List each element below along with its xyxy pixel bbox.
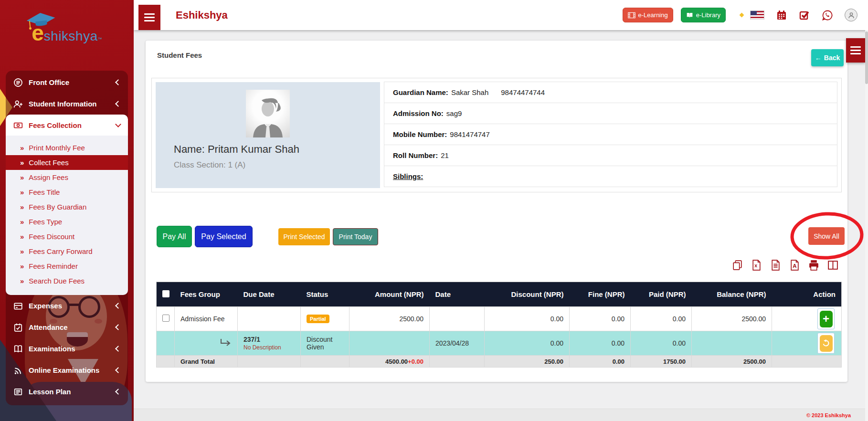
submenu-item-search-due-fees[interactable]: »Search Due Fees	[6, 274, 128, 288]
cell-subrow-arrow	[175, 331, 238, 356]
cell-due-date	[238, 307, 301, 331]
submenu-item-fees-reminder[interactable]: »Fees Reminder	[6, 259, 128, 274]
status-badge-partial: Partial	[307, 315, 329, 323]
submenu-item-fees-discount[interactable]: »Fees Discount	[6, 229, 128, 244]
sub-entry-arrow-icon	[219, 338, 232, 347]
info-row-roll: Roll Number:21	[384, 145, 837, 166]
cell-discount: 0.00	[485, 307, 570, 331]
page-title: Student Fees	[157, 51, 202, 59]
language-flag-us[interactable]	[750, 11, 764, 20]
submenu-item-collect-fees[interactable]: »Collect Fees	[6, 155, 128, 170]
user-avatar[interactable]	[845, 9, 857, 21]
calendar-icon[interactable]	[776, 10, 787, 21]
submenu-item-fees-type[interactable]: »Fees Type	[6, 214, 128, 229]
svg-text:A: A	[793, 263, 796, 269]
cell-date	[430, 307, 485, 331]
sidebar-item-student-information[interactable]: Student Information	[6, 93, 128, 115]
col-amount: Amount (NPR)	[349, 282, 430, 307]
chevron-left-icon	[115, 389, 121, 395]
submenu-item-fees-carry-forward[interactable]: »Fees Carry Forward	[6, 244, 128, 259]
show-all-button[interactable]: Show All	[808, 227, 845, 245]
add-payment-button[interactable]: +	[817, 308, 835, 329]
sidebar-item-attendance[interactable]: Attendance	[6, 316, 128, 338]
cell-fine: 0.00	[570, 331, 631, 356]
sidebar-toggle-button[interactable]	[138, 5, 160, 30]
cell-paid: 0.00	[631, 307, 692, 331]
sidebar-item-label: Student Information	[29, 100, 97, 108]
col-due-date: Due Date	[238, 282, 301, 307]
chevron-left-icon	[115, 367, 121, 373]
print-today-button[interactable]: Print Today	[333, 228, 378, 245]
row-checkbox[interactable]	[162, 315, 169, 322]
copyright-text: © 2023 Eshikshya	[806, 412, 851, 418]
cell-grand-total-balance: 2500.00	[692, 356, 772, 368]
chevron-left-icon	[115, 303, 121, 309]
sidebar-item-expenses[interactable]: Expenses	[6, 295, 128, 316]
sidebar-item-online-examinations[interactable]: Online Examinations	[6, 359, 128, 381]
info-row-mobile: Mobile Number:9841474747	[384, 124, 837, 145]
settings-panel-toggle-button[interactable]	[846, 38, 865, 63]
column-visibility-icon[interactable]	[827, 259, 839, 271]
submenu-item-fees-title[interactable]: »Fees Title	[6, 185, 128, 200]
front-office-icon	[13, 78, 23, 87]
table-grand-total-row: Grand Total 4500.00+0.00 250.00 0.00 175…	[157, 356, 842, 368]
cell-fine: 0.00	[570, 307, 631, 331]
elearning-button[interactable]: e-Learning	[623, 8, 673, 22]
expenses-icon	[13, 301, 23, 311]
student-info-list: Guardian Name:Sakar Shah98474474744 Admi…	[384, 82, 837, 187]
pay-selected-button[interactable]: Pay Selected	[195, 226, 253, 247]
table-header-row: Fees Group Due Date Status Amount (NPR) …	[157, 282, 842, 307]
cell-receipt: 237/1 No Description	[238, 331, 301, 356]
whatsapp-icon[interactable]	[822, 10, 833, 21]
task-check-icon[interactable]	[799, 10, 810, 21]
book-icon	[686, 12, 693, 19]
submenu-item-print-monthly-fee[interactable]: »Print Monthly Fee	[6, 140, 128, 155]
svg-text:x: x	[754, 263, 757, 268]
person-icon	[847, 11, 855, 19]
table-row-admission-fee: Admission Fee Partial 2500.00 0.00 0.00 …	[157, 307, 842, 331]
scrollbar-thumb[interactable]	[865, 32, 868, 84]
export-csv-icon[interactable]	[770, 259, 782, 271]
submenu-item-fees-by-guardian[interactable]: »Fees By Guardian	[6, 200, 128, 214]
revert-payment-button[interactable]	[817, 333, 835, 354]
submenu-item-assign-fees[interactable]: »Assign Fees	[6, 170, 128, 185]
export-toolbar: x A	[731, 259, 839, 271]
online-examinations-icon	[13, 366, 23, 375]
export-pdf-icon[interactable]: A	[789, 259, 801, 271]
examinations-icon	[13, 344, 23, 354]
student-photo-placeholder	[246, 90, 290, 137]
cell-date: 2023/04/28	[430, 331, 485, 356]
print-selected-button[interactable]: Print Selected	[278, 228, 330, 245]
info-row-admission: Admission No:sag9	[384, 103, 837, 124]
elibrary-button[interactable]: e-Library	[681, 8, 726, 22]
student-summary-panel: Name: Pritam Kumar Shah Class Section: 1…	[151, 78, 842, 192]
print-icon[interactable]	[808, 259, 820, 271]
sidebar-item-lesson-plan[interactable]: Lesson Plan	[6, 381, 128, 402]
cell-fees-group: Admission Fee	[175, 307, 238, 331]
info-row-guardian: Guardian Name:Sakar Shah98474474744	[384, 82, 837, 103]
cell-balance	[692, 331, 772, 356]
cell-grand-total-paid: 1750.00	[631, 356, 692, 368]
sidebar-item-label: Online Examinations	[29, 366, 99, 374]
student-fees-card: Student Fees ← Back Name: Pritam Kumar S…	[146, 41, 847, 382]
topbar: Eshikshya e-Learning e-Library	[134, 0, 868, 30]
back-button[interactable]: ← Back	[811, 49, 844, 66]
export-excel-icon[interactable]: x	[751, 259, 762, 271]
app-logo[interactable]: eshikshya™	[0, 0, 134, 68]
lesson-plan-icon	[13, 387, 23, 397]
attendance-icon	[13, 323, 23, 332]
select-all-checkbox[interactable]	[162, 290, 169, 297]
cell-grand-total-discount: 250.00	[485, 356, 570, 368]
pay-all-button[interactable]: Pay All	[157, 226, 192, 247]
sidebar-item-fees-collection[interactable]: Fees Collection	[6, 115, 128, 136]
sidebar-item-examinations[interactable]: Examinations	[6, 338, 128, 359]
logo-trademark: ™	[98, 37, 102, 42]
chevron-left-icon	[115, 101, 121, 107]
copy-icon[interactable]	[731, 259, 743, 271]
scrollbar-track[interactable]	[865, 30, 868, 421]
sparkle-decoration	[740, 13, 744, 18]
logo-text: shikshya	[44, 29, 98, 44]
fees-collection-submenu: »Print Monthly Fee »Collect Fees »Assign…	[6, 136, 128, 295]
col-paid: Paid (NPR)	[631, 282, 692, 307]
sidebar-item-front-office[interactable]: Front Office	[6, 72, 128, 93]
